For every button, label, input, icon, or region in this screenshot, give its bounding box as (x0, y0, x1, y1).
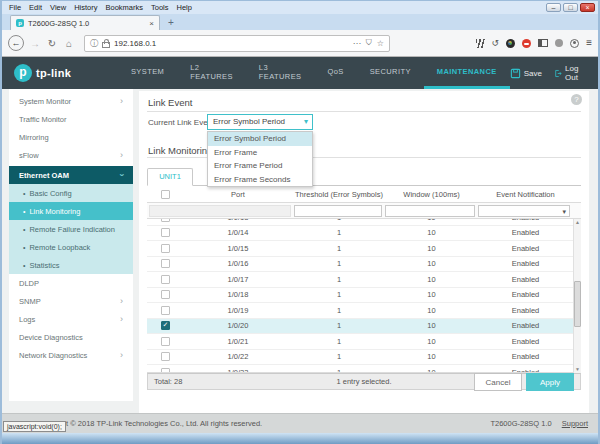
site-info-icon[interactable]: ⓘ (90, 38, 98, 49)
sidebar-item[interactable]: DLDP (9, 274, 133, 292)
pocket-icon[interactable]: ⛉ (366, 38, 372, 48)
dropdown-option[interactable]: Error Frame Seconds (208, 173, 312, 187)
minimize-button[interactable]: – (546, 3, 561, 12)
close-button[interactable]: × (580, 3, 595, 12)
nav-menu: SYSTEML2 FEATURESL3 FEATURESQoSSECURITYM… (118, 57, 510, 89)
hamburger-menu-icon[interactable]: ≡ (586, 38, 592, 48)
sidebar-item[interactable]: Basic Config (9, 184, 133, 202)
bookmark-star-icon[interactable]: ☆ (377, 39, 384, 48)
tab-close-icon[interactable]: × (149, 19, 154, 28)
page-actions-icon[interactable]: ⋯ (353, 39, 361, 48)
sidebar-item[interactable]: Link Monitoring (9, 202, 133, 220)
event-notification-filter-select[interactable] (478, 205, 570, 217)
table-row[interactable]: 1/0/14 1 10 Enabled (147, 226, 573, 242)
nav-item[interactable]: QoS (314, 57, 356, 89)
row-checkbox[interactable] (161, 306, 170, 315)
dropdown-option[interactable]: Error Symbol Period (208, 132, 312, 146)
account-icon[interactable] (570, 39, 579, 48)
table-row[interactable]: 1/0/15 1 10 Enabled (147, 241, 573, 257)
menu-item[interactable]: Tools (147, 3, 173, 12)
row-checkbox[interactable] (161, 275, 170, 284)
row-checkbox[interactable] (161, 228, 170, 237)
forward-button[interactable]: → (29, 38, 41, 49)
table-row[interactable]: 1/0/18 1 10 Enabled (147, 288, 573, 304)
row-checkbox[interactable] (161, 321, 170, 330)
home-button[interactable]: ⌂ (63, 38, 75, 49)
table-body: 1/0/13 1 10 Enabled 1/0/14 1 10 Enabled (147, 219, 573, 373)
window-filter-input[interactable] (385, 205, 475, 217)
row-checkbox[interactable] (161, 244, 170, 253)
browser-tab[interactable]: p T2600G-28SQ 1.0 × (10, 15, 160, 30)
sidebar-item[interactable]: Ethernet OAM (9, 166, 133, 184)
reload-button[interactable]: ↻ (46, 38, 58, 49)
sidebar-item[interactable]: Network Diagnostics (9, 346, 133, 364)
extension-icon-2[interactable] (555, 39, 563, 47)
new-tab-button[interactable]: + (168, 17, 174, 28)
nav-item[interactable]: L2 FEATURES (177, 57, 246, 89)
tab-unit1[interactable]: UNIT1 (147, 168, 193, 186)
nav-item[interactable]: SECURITY (357, 57, 424, 89)
select-all-checkbox[interactable] (161, 190, 170, 199)
page-footer: Copyright © 2018 TP-Link Technologies Co… (2, 413, 598, 433)
back-button[interactable]: ← (8, 35, 24, 51)
scrollbar-thumb[interactable] (574, 281, 581, 327)
table-row[interactable]: 1/0/20 1 10 Enabled (147, 319, 573, 335)
menu-item[interactable]: File (5, 3, 25, 12)
row-checkbox[interactable] (161, 259, 170, 268)
scroll-down-icon[interactable]: ▼ (574, 366, 581, 373)
menu-item[interactable]: History (70, 3, 101, 12)
address-bar[interactable]: ⓘ 192.168.0.1 ⋯ ⛉ ☆ (84, 35, 390, 52)
dropdown-option[interactable]: Error Frame Period (208, 159, 312, 173)
nav-item[interactable]: SYSTEM (118, 57, 177, 89)
insecure-lock-icon[interactable] (101, 39, 111, 47)
row-checkbox[interactable] (161, 290, 170, 299)
threshold-filter-input[interactable] (294, 205, 382, 217)
sidebar-item[interactable]: Statistics (9, 256, 133, 274)
chevron-icon (120, 171, 123, 179)
menu-item[interactable]: Edit (25, 3, 46, 12)
cancel-button[interactable]: Cancel (474, 373, 522, 391)
adblock-icon[interactable] (522, 39, 531, 48)
help-icon[interactable]: ? (571, 94, 582, 105)
sidebar-item[interactable]: SNMP (9, 292, 133, 310)
row-checkbox[interactable] (161, 219, 170, 222)
history-sync-icon[interactable]: ↺ (492, 39, 500, 48)
library-icon[interactable] (476, 39, 485, 48)
save-button[interactable]: Save (510, 68, 542, 79)
window-bottom-border (2, 433, 598, 444)
sidebar-item[interactable]: sFlow (9, 146, 133, 164)
scroll-up-icon[interactable]: ▲ (574, 219, 581, 226)
sidebar-item[interactable]: Logs (9, 310, 133, 328)
menu-item[interactable]: View (46, 3, 70, 12)
section-title-link-event: Link Event (148, 97, 192, 108)
extension-icon-1[interactable] (506, 39, 515, 48)
support-link[interactable]: Support (562, 419, 588, 428)
row-checkbox[interactable] (161, 352, 170, 361)
table-row[interactable]: 1/0/19 1 10 Enabled (147, 303, 573, 319)
table-scrollbar[interactable]: ▲ ▼ (573, 219, 581, 373)
dropdown-option[interactable]: Error Frame (208, 146, 312, 160)
sidebar-item[interactable]: System Monitor (9, 92, 133, 110)
link-event-select[interactable]: Error Symbol Period ▾ (207, 114, 313, 130)
sidebar-item[interactable]: Device Diagnostics (9, 328, 133, 346)
logout-button[interactable]: Log Out (554, 64, 586, 82)
table-row[interactable]: 1/0/17 1 10 Enabled (147, 272, 573, 288)
sidebar-item[interactable]: Mirroring (9, 128, 133, 146)
tp-link-logo: p tp-link (14, 57, 118, 89)
table-row[interactable]: 1/0/23 1 10 Enabled (147, 365, 573, 373)
url-text[interactable]: 192.168.0.1 (114, 39, 156, 48)
sidebar-item[interactable]: Remote Loopback (9, 238, 133, 256)
menu-item[interactable]: Help (173, 3, 196, 12)
sidebar-item[interactable]: Remote Failure Indication (9, 220, 133, 238)
table-row[interactable]: 1/0/22 1 10 Enabled (147, 350, 573, 366)
maximize-button[interactable]: □ (563, 3, 578, 12)
apply-button[interactable]: Apply (526, 373, 574, 391)
nav-item[interactable]: L3 FEATURES (246, 57, 315, 89)
nav-item[interactable]: MAINTENANCE (424, 57, 510, 89)
sidebar-toggle-icon[interactable] (538, 39, 548, 47)
row-checkbox[interactable] (161, 337, 170, 346)
sidebar-item[interactable]: Traffic Monitor (9, 110, 133, 128)
table-row[interactable]: 1/0/16 1 10 Enabled (147, 257, 573, 273)
menu-item[interactable]: Bookmarks (102, 3, 148, 12)
table-row[interactable]: 1/0/21 1 10 Enabled (147, 334, 573, 350)
